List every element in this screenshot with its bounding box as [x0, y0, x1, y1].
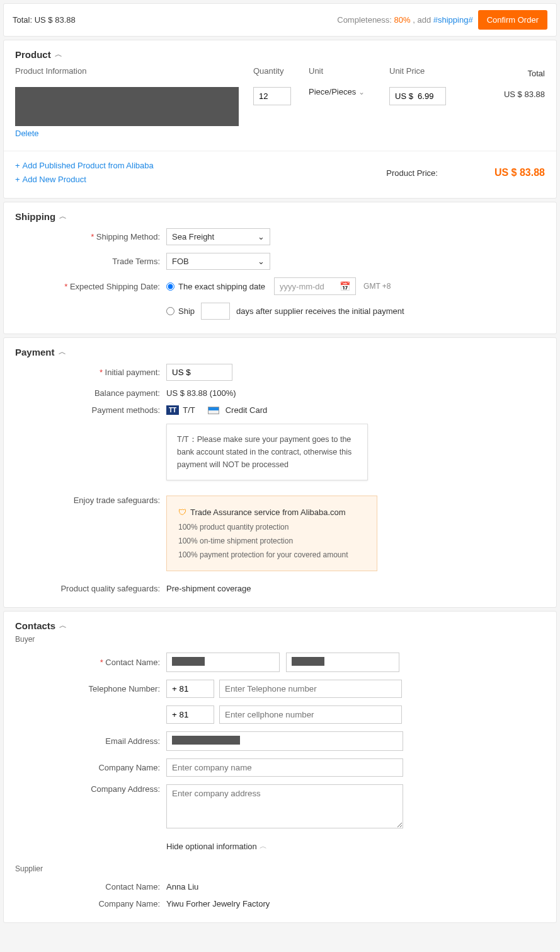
trade-terms-label: Trade Terms: — [112, 257, 160, 266]
confirm-order-button[interactable]: Confirm Order — [478, 10, 547, 30]
days-input[interactable] — [201, 303, 230, 320]
company-address-input[interactable] — [166, 784, 403, 828]
date-placeholder: yyyy-mm-dd — [280, 282, 324, 291]
cellphone-country-input[interactable] — [166, 705, 214, 724]
shipping-method-value: Sea Freight — [172, 232, 214, 241]
supplier-company-value: Yiwu Forher Jewelry Factory — [166, 899, 270, 908]
telephone-label: Telephone Number: — [15, 684, 166, 694]
tt-label: T/T — [183, 405, 195, 415]
payment-section-header[interactable]: Payment ︿ — [4, 338, 556, 360]
expected-date-label: Expected Shipping Date: — [70, 282, 160, 291]
add-published-product-link[interactable]: +Add Published Product from Alibaba — [15, 159, 154, 173]
supplier-name-value: Anna Liu — [166, 882, 198, 891]
shield-icon: 🛡 — [178, 505, 186, 520]
add-text: , add — [411, 15, 433, 25]
chevron-up-icon: ︿ — [55, 49, 62, 60]
shipping-title: Shipping — [15, 211, 55, 222]
telephone-country-input[interactable] — [166, 680, 214, 698]
chevron-down-icon: ⌄ — [258, 257, 265, 266]
supplier-company-label: Company Name: — [15, 899, 166, 908]
email-input[interactable] — [166, 731, 403, 751]
buyer-subheading: Buyer — [4, 634, 556, 649]
tt-tooltip: T/T：Please make sure your payment goes t… — [166, 424, 368, 480]
initial-payment-input[interactable] — [166, 364, 232, 381]
add-published-label: Add Published Product from Alibaba — [23, 159, 154, 173]
total-label: Total: US $ 83.88 — [13, 15, 76, 25]
credit-card-icon — [208, 407, 219, 414]
add-shipping-link[interactable]: #shipping# — [433, 15, 473, 25]
hide-optional-label: Hide optional information — [166, 842, 257, 851]
after-label: days after supplier receives the initial… — [236, 306, 404, 316]
telephone-input[interactable] — [219, 680, 402, 698]
product-thumbnail — [15, 87, 239, 126]
safeguards-label: Enjoy trade safeguards: — [15, 496, 166, 505]
initial-payment-label: Initial payment: — [105, 368, 160, 377]
quantity-label: Quantity — [253, 66, 304, 79]
supplier-name-label: Contact Name: — [15, 882, 166, 891]
total-col-label: Total — [470, 66, 545, 82]
chevron-down-icon: ⌄ — [258, 232, 265, 241]
product-info-label: Product Information — [15, 66, 248, 79]
assurance-line-2: 100% on-time shipment protection — [178, 535, 365, 549]
tt-badge-icon: TT — [166, 405, 179, 415]
last-name-input[interactable] — [286, 653, 399, 672]
quality-safeguards-label: Product quality safeguards: — [15, 584, 166, 593]
chevron-up-icon: ︿ — [59, 620, 67, 631]
product-price-amount: US $ 83.88 — [494, 167, 545, 178]
plus-icon: + — [15, 159, 20, 173]
assurance-title: Trade Assurance service from Alibaba.com — [190, 505, 346, 520]
contact-name-label: Contact Name: — [105, 658, 160, 667]
company-name-input[interactable] — [166, 758, 403, 777]
shipping-method-select[interactable]: Sea Freight⌄ — [166, 228, 270, 245]
chevron-up-icon: ︿ — [59, 211, 67, 222]
quality-safeguards-value: Pre-shipment coverage — [166, 584, 251, 593]
assurance-line-3: 100% payment protection for your covered… — [178, 549, 365, 562]
contacts-title: Contacts — [15, 620, 55, 631]
completeness-label: Completeness: — [337, 15, 394, 25]
delete-link[interactable]: Delete — [15, 126, 248, 138]
unit-select[interactable]: Piece/Pieces ⌄ — [309, 87, 384, 96]
unit-value: Piece/Pieces — [309, 87, 356, 96]
plus-icon: + — [15, 173, 20, 187]
quantity-input[interactable] — [253, 87, 291, 105]
date-input[interactable]: yyyy-mm-dd📅 — [274, 277, 356, 295]
shipping-section-header[interactable]: Shipping ︿ — [4, 202, 556, 224]
supplier-subheading: Supplier — [4, 856, 556, 878]
credit-card-label: Credit Card — [226, 405, 267, 415]
calendar-icon: 📅 — [340, 281, 350, 291]
chevron-down-icon: ⌄ — [358, 88, 365, 96]
exact-date-label: The exact shipping date — [178, 282, 265, 291]
gmt-label: GMT +8 — [363, 282, 391, 291]
ship-label: Ship — [178, 306, 195, 316]
ship-after-radio[interactable] — [166, 307, 174, 315]
line-total: US $ 83.88 — [470, 87, 545, 99]
completeness: Completeness: 80% , add #shipping# — [337, 15, 472, 25]
company-address-label: Company Address: — [15, 784, 166, 794]
payment-methods-label: Payment methods: — [15, 405, 166, 415]
chevron-up-icon: ︿ — [59, 347, 66, 357]
payment-title: Payment — [15, 347, 55, 357]
balance-payment-value: US $ 83.88 (100%) — [166, 388, 236, 398]
product-title: Product — [15, 49, 51, 60]
add-new-product-link[interactable]: +Add New Product — [15, 173, 154, 187]
unit-price-label: Unit Price — [389, 66, 465, 79]
trade-terms-select[interactable]: FOB⌄ — [166, 253, 270, 270]
trade-assurance-box: 🛡Trade Assurance service from Alibaba.co… — [166, 496, 377, 571]
product-price-label: Product Price: — [386, 168, 438, 178]
exact-date-radio[interactable] — [166, 282, 174, 291]
balance-payment-label: Balance payment: — [15, 388, 166, 398]
unit-label: Unit — [309, 66, 384, 79]
hide-optional-toggle[interactable]: Hide optional information ︿ — [166, 841, 267, 852]
contacts-section-header[interactable]: Contacts ︿ — [4, 612, 556, 634]
company-name-label: Company Name: — [15, 763, 166, 772]
assurance-line-1: 100% product quantity protection — [178, 521, 365, 535]
first-name-input[interactable] — [166, 653, 280, 672]
completeness-pct: 80% — [394, 15, 411, 25]
unit-price-input[interactable] — [389, 87, 446, 105]
email-label: Email Address: — [15, 736, 166, 746]
cellphone-input[interactable] — [219, 705, 402, 724]
add-new-label: Add New Product — [23, 173, 86, 187]
product-section-header[interactable]: Product ︿ — [4, 40, 556, 62]
shipping-method-label: Shipping Method: — [96, 232, 160, 241]
chevron-up-icon: ︿ — [260, 841, 267, 852]
